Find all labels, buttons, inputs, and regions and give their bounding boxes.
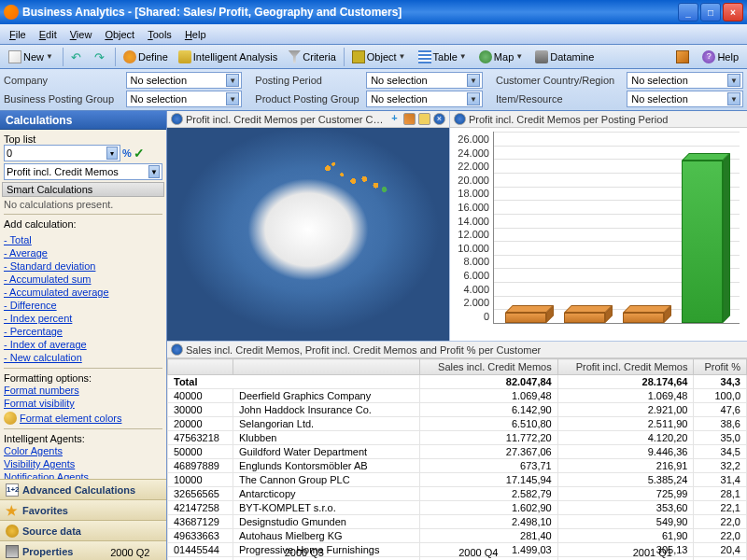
menu-help[interactable]: Help xyxy=(179,27,212,42)
maximize-button[interactable]: □ xyxy=(700,3,721,21)
lock-icon[interactable] xyxy=(418,113,430,125)
bar-2000 Q3[interactable] xyxy=(564,313,611,323)
calc-link-8[interactable]: - Index of average xyxy=(4,338,162,351)
table-row[interactable]: 32656565Antarcticopy2.582,79725,9928,1 xyxy=(168,487,747,501)
criteria-button[interactable]: Criteria xyxy=(283,47,340,67)
redo-icon: ↷ xyxy=(94,50,107,63)
filter-label-ppg: Product Posting Group xyxy=(255,93,362,105)
calc-link-5[interactable]: - Difference xyxy=(4,299,162,312)
top-list-input[interactable]: 0▾ xyxy=(4,145,120,161)
col-id[interactable] xyxy=(168,359,233,375)
table-icon xyxy=(418,50,431,63)
bar-chart[interactable]: 26.00024.00022.00020.00018.00016.00014.0… xyxy=(450,128,747,341)
fmt-link-1[interactable]: Format visibility xyxy=(4,397,162,410)
close-pane-icon[interactable]: × xyxy=(433,113,445,125)
percent-toggle[interactable]: % xyxy=(122,147,132,159)
help-button[interactable]: ?Help xyxy=(698,47,743,67)
pane-icon xyxy=(171,343,183,356)
table-row[interactable]: 49633663Autohaus Mielberg KG281,4061,902… xyxy=(168,529,747,543)
minimize-button[interactable]: _ xyxy=(678,3,698,21)
globe-icon xyxy=(479,50,492,63)
fmt-link-0[interactable]: Format numbers xyxy=(4,384,162,397)
filter-bar: Company No selection▼ Posting Period No … xyxy=(0,69,747,111)
menu-object[interactable]: Object xyxy=(99,27,140,42)
bar-2000 Q2[interactable] xyxy=(505,313,552,323)
filter-ppg[interactable]: No selection▼ xyxy=(366,91,483,107)
agent-link-2[interactable]: Notification Agents xyxy=(4,470,162,479)
col-pct[interactable]: Profit % xyxy=(694,359,747,375)
add-icon[interactable]: + xyxy=(388,113,401,125)
object-button[interactable]: Object▼ xyxy=(347,47,413,67)
world-map[interactable] xyxy=(167,128,449,341)
calc-link-1[interactable]: - Average xyxy=(4,246,162,259)
agents-label: Intelligent Agents: xyxy=(4,433,162,444)
datamine-icon xyxy=(535,50,548,63)
calculations-header: Calculations xyxy=(0,111,166,130)
table-row[interactable]: 40000Deerfield Graphics Company1.069,481… xyxy=(168,389,747,403)
table-row[interactable]: 47563218Klubben11.772,204.120,2035,0 xyxy=(168,431,747,445)
bar-2001 Q1[interactable] xyxy=(682,161,728,323)
col-name[interactable] xyxy=(233,359,420,375)
source-icon xyxy=(6,525,19,538)
table-button[interactable]: Table▼ xyxy=(414,47,473,67)
format-colors-link[interactable]: Format element colors xyxy=(20,412,121,425)
calc-link-7[interactable]: - Percentage xyxy=(4,325,162,338)
measure-select[interactable]: Profit incl. Credit Memos▼ xyxy=(4,163,162,180)
calc-link-3[interactable]: - Accumulated sum xyxy=(4,273,162,286)
calc-link-9[interactable]: - New calculation xyxy=(4,351,162,364)
menu-view[interactable]: View xyxy=(64,27,98,42)
palette-icon xyxy=(4,412,17,425)
calc-link-4[interactable]: - Accumulated average xyxy=(4,286,162,299)
filter-customer-country[interactable]: No selection▼ xyxy=(627,72,743,89)
filter-label-customer-country: Customer Country/Region xyxy=(496,75,623,86)
check-toggle[interactable]: ✓ xyxy=(134,146,145,161)
intelligent-analysis-button[interactable]: Intelligent Analysis xyxy=(174,47,283,67)
menu-edit[interactable]: Edit xyxy=(34,27,63,42)
filter-item-resource[interactable]: No selection▼ xyxy=(627,91,743,107)
table-row[interactable]: 46897889Englunds Kontorsmöbler AB673,712… xyxy=(168,459,747,473)
chart-title: Profit incl. Credit Memos per Posting Pe… xyxy=(469,114,743,125)
table-row[interactable]: 10000The Cannon Group PLC17.145,945.385,… xyxy=(168,473,747,487)
redo-button[interactable]: ↷ xyxy=(90,47,112,67)
calc-links: - Total- Average- Standard deviation- Ac… xyxy=(4,233,162,364)
chart-panel: Profit incl. Credit Memos per Posting Pe… xyxy=(450,111,747,341)
new-icon xyxy=(8,50,21,63)
define-button[interactable]: Define xyxy=(119,47,173,67)
table-row[interactable]: 43687129Designstudio Gmunden2.498,10549,… xyxy=(168,515,747,529)
new-button[interactable]: New▼ xyxy=(4,47,60,67)
acc-favorites[interactable]: ★Favorites xyxy=(0,499,166,520)
undo-button[interactable]: ↶ xyxy=(66,47,89,67)
agent-link-1[interactable]: Visibility Agents xyxy=(4,457,162,470)
close-button[interactable]: × xyxy=(723,3,743,21)
table-row[interactable]: 30000John Haddock Insurance Co.6.142,902… xyxy=(168,403,747,417)
filter-company[interactable]: No selection▼ xyxy=(126,72,243,89)
acc-source-data[interactable]: Source data xyxy=(0,520,166,540)
table-row[interactable]: 50000Guildford Water Department27.367,06… xyxy=(168,445,747,459)
data-table[interactable]: Sales incl. Credit Memos Profit incl. Cr… xyxy=(167,358,747,560)
agent-link-0[interactable]: Color Agents xyxy=(4,444,162,457)
table-row[interactable]: 42147258BYT-KOMPLET s.r.o.1.602,90353,60… xyxy=(168,501,747,515)
map-button[interactable]: Map▼ xyxy=(474,47,529,67)
table-row[interactable]: 20000Selangorian Ltd.6.510,802.511,9038,… xyxy=(168,417,747,431)
fmt-label: Formatting options: xyxy=(4,372,162,384)
calc-link-6[interactable]: - Index percent xyxy=(4,312,162,325)
menu-file[interactable]: File xyxy=(4,27,32,42)
menu-tools[interactable]: Tools xyxy=(142,27,177,42)
bar-2000 Q4[interactable] xyxy=(623,313,669,323)
title-bar: Business Analytics - [Shared: Sales/ Pro… xyxy=(0,0,747,24)
datamine-button[interactable]: Datamine xyxy=(530,47,599,67)
table-total-row[interactable]: Total82.047,8428.174,6434,3 xyxy=(168,375,747,389)
filter-bpg[interactable]: No selection▼ xyxy=(126,91,243,107)
pane-icon xyxy=(454,113,466,125)
brand-icon xyxy=(671,47,694,67)
sidebar: Calculations Top list 0▾ % ✓ Profit incl… xyxy=(0,111,167,560)
calc-link-0[interactable]: - Total xyxy=(4,233,162,246)
filter-posting-period[interactable]: No selection▼ xyxy=(366,72,483,89)
col-profit[interactable]: Profit incl. Credit Memos xyxy=(557,359,694,375)
help-icon: ? xyxy=(702,50,715,63)
calc-link-2[interactable]: - Standard deviation xyxy=(4,259,162,273)
object-icon xyxy=(352,50,365,63)
chart-tool-icon[interactable] xyxy=(403,113,416,125)
col-sales[interactable]: Sales incl. Credit Memos xyxy=(420,359,558,375)
acc-advanced[interactable]: 1+2Advanced Calculations xyxy=(0,479,166,499)
